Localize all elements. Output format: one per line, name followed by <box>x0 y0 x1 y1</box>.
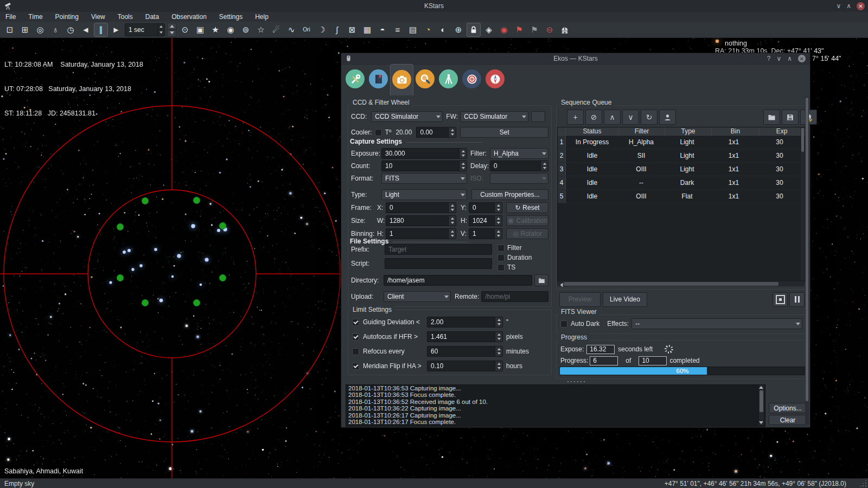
toggle-stars-icon[interactable]: ★ <box>208 23 222 37</box>
tab-guide[interactable] <box>460 64 483 95</box>
estimate-button[interactable] <box>659 110 676 125</box>
menu-pointing[interactable]: Pointing <box>55 13 79 21</box>
sequence-row[interactable]: 2IdleSIILight1x130 <box>558 149 805 163</box>
toggle-constellation-names-icon[interactable]: Ori <box>299 23 314 37</box>
set-time-icon[interactable]: ◷ <box>63 23 78 37</box>
menu-tools[interactable]: Tools <box>118 13 133 21</box>
ekos-close-button[interactable]: ✕ <box>798 55 806 62</box>
menu-view[interactable]: View <box>91 13 105 21</box>
limit-checkbox[interactable] <box>352 333 359 341</box>
find-object-icon[interactable]: ◎ <box>33 23 47 37</box>
column-status[interactable]: Status <box>566 127 619 135</box>
menu-data[interactable]: Data <box>145 13 159 21</box>
tab-scheduler[interactable] <box>367 64 390 95</box>
reset-frame-button[interactable]: ↻ Reset <box>506 202 548 213</box>
remove-job-button[interactable]: ⊘ <box>585 110 602 125</box>
toggle-constellation-lines-icon[interactable]: ∿ <box>284 23 298 37</box>
fits-single-view-button[interactable] <box>773 292 788 307</box>
upload-mode-select[interactable]: Client <box>384 291 451 302</box>
options-button[interactable]: Options... <box>769 403 807 413</box>
size-h-spinbox[interactable]: 1024 <box>469 215 502 226</box>
toggle-satellites-icon[interactable]: ☄ <box>269 23 283 37</box>
filter-select[interactable]: H_Alpha <box>490 148 548 159</box>
menu-settings[interactable]: Settings <box>219 13 242 21</box>
count-spinbox[interactable]: 10 <box>381 160 467 171</box>
ccd-select[interactable]: CCD Simulator <box>371 111 443 122</box>
maximize-button[interactable]: ∧ <box>846 2 851 10</box>
toggle-milky-way-icon[interactable]: ∫ <box>330 23 344 37</box>
column-filter[interactable]: Filter <box>619 127 665 135</box>
set-temperature-button[interactable]: Set <box>460 127 548 138</box>
lock-position-icon[interactable] <box>467 23 481 37</box>
sequence-row[interactable]: 3IdleOIIILight1x130 <box>558 163 805 176</box>
limit-checkbox[interactable] <box>352 363 359 370</box>
sequence-row[interactable]: 1In ProgressH_AlphaLight1x130 <box>558 136 805 149</box>
ts-suffix-checkbox[interactable] <box>497 264 505 271</box>
move-job-down-button[interactable]: ∨ <box>622 110 639 125</box>
format-select[interactable]: FITS <box>381 173 467 184</box>
frame-x-spinbox[interactable]: 0 <box>386 202 456 213</box>
resize-grip[interactable] <box>859 479 867 487</box>
ekos-help-button[interactable]: ? <box>767 55 771 62</box>
auto-dark-checkbox[interactable] <box>560 320 567 328</box>
move-job-up-button[interactable]: ∧ <box>604 110 621 125</box>
pointing-focus-icon[interactable]: ⊙ <box>178 23 192 37</box>
toggle-planets-icon[interactable]: ⊚ <box>239 23 253 37</box>
tab-setup[interactable] <box>343 64 367 95</box>
sequence-hscrollbar[interactable] <box>557 281 805 286</box>
custom-properties-button[interactable]: Custom Properties... <box>471 189 548 200</box>
limit-value-spinbox[interactable]: 2.00 <box>427 317 503 328</box>
menu-file[interactable]: File <box>5 13 16 21</box>
sky-image-icon[interactable]: ▣ <box>193 23 207 37</box>
tab-focus[interactable] <box>413 64 437 95</box>
column-type[interactable]: Type <box>665 127 712 135</box>
size-w-spinbox[interactable]: 1280 <box>386 215 456 226</box>
effects-select[interactable]: -- <box>631 318 802 329</box>
pause-clock-icon[interactable]: ∥ <box>94 23 108 37</box>
tab-align[interactable] <box>483 64 507 95</box>
tab-capture[interactable] <box>390 64 413 95</box>
color-scheme-icon[interactable]: ◈ <box>482 23 496 37</box>
limit-checkbox[interactable] <box>352 319 359 326</box>
toggle-labels-icon[interactable]: ≡ <box>391 23 405 37</box>
zoom-out-region-icon[interactable]: ⊞ <box>18 23 32 37</box>
ekos-scrollbar[interactable] <box>805 97 809 424</box>
column-exp[interactable]: Exp <box>760 127 805 135</box>
geolocation-icon[interactable]: ♁ <box>48 23 62 37</box>
duration-suffix-checkbox[interactable] <box>497 254 505 261</box>
limit-value-spinbox[interactable]: 0.10 <box>427 361 503 371</box>
filter-suffix-checkbox[interactable] <box>497 245 505 252</box>
toggle-constellation-art-icon[interactable]: ☽ <box>315 23 329 37</box>
save-sequence-button[interactable] <box>782 110 799 125</box>
frame-type-select[interactable]: Light <box>381 189 467 200</box>
close-button[interactable]: ✕ <box>857 2 865 10</box>
tab-mount[interactable] <box>437 64 460 95</box>
prefix-input[interactable]: Target <box>385 244 492 255</box>
column-bin[interactable]: Bin <box>712 127 760 135</box>
observatory-dome-icon[interactable] <box>558 23 572 37</box>
do-not-disturb-icon[interactable]: ⊖ <box>542 23 557 37</box>
live-video-button[interactable]: Live Video <box>603 292 647 307</box>
menu-time[interactable]: Time <box>28 13 42 21</box>
clear-button[interactable]: Clear <box>769 415 807 425</box>
toggle-equatorial-grid-icon[interactable]: ⊠ <box>345 23 359 37</box>
limit-checkbox[interactable] <box>352 348 359 355</box>
frame-y-spinbox[interactable]: 0 <box>469 202 502 213</box>
toggle-supernovae-icon[interactable]: ☆ <box>254 23 268 37</box>
open-sequence-button[interactable] <box>763 110 780 125</box>
minimize-button[interactable]: ∨ <box>836 2 841 10</box>
toggle-horizon-icon[interactable]: ◓ <box>375 23 390 37</box>
menu-observation[interactable]: Observation <box>171 13 207 21</box>
time-step-back-icon[interactable]: ◄ <box>79 23 93 37</box>
filter-wheel-select[interactable]: CCD Simulator <box>460 111 528 122</box>
exposure-spinbox[interactable]: 30.000 <box>381 148 467 159</box>
browse-directory-button[interactable] <box>534 274 548 286</box>
binning-v-spinbox[interactable]: 1 <box>469 228 502 239</box>
script-input[interactable] <box>385 258 492 269</box>
reset-queue-button[interactable]: ↻ <box>641 110 658 125</box>
add-job-button[interactable]: + <box>567 110 584 125</box>
whats-interesting-icon[interactable]: ◔ <box>421 23 435 37</box>
time-step-forward-icon[interactable]: ► <box>109 23 123 37</box>
fov-symbol-icon[interactable]: ⊕ <box>451 23 465 37</box>
delay-spinbox[interactable]: 0 <box>490 160 548 171</box>
